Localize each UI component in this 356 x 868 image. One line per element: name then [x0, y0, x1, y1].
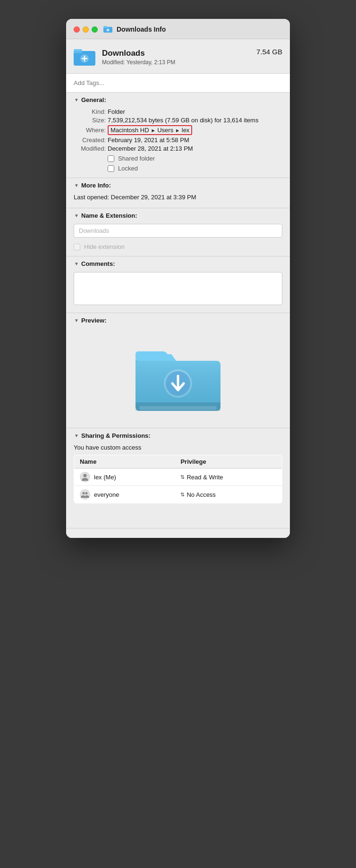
modified-date: Yesterday, 2:13 PM [127, 59, 175, 66]
comments-title: Comments: [81, 260, 115, 267]
minimize-button[interactable] [83, 26, 89, 33]
name-extension-section: ▼ Name & Extension: Hide extension [66, 208, 290, 256]
preview-chevron-icon: ▼ [74, 318, 79, 323]
where-row: Where: Macintosh HD ► Users ► lex [74, 125, 282, 135]
general-section-body: Kind: Folder Size: 7,539,212,534 bytes (… [66, 106, 290, 178]
window-bottom-padding [66, 528, 290, 538]
general-chevron-icon: ▼ [74, 97, 79, 103]
hide-extension-label: Hide extension [84, 243, 125, 250]
svg-rect-1 [103, 26, 107, 28]
svg-point-15 [80, 490, 90, 500]
user-cell: lex (Me) [80, 472, 169, 482]
everyone-arrows-icon: ⇅ [180, 492, 185, 498]
where-arrow-1: ► [151, 128, 157, 133]
everyone-privilege-content[interactable]: ⇅ No Access [180, 491, 276, 498]
person-icon [80, 472, 90, 482]
user-name-cell: lex (Me) [74, 468, 175, 486]
locked-row[interactable]: Locked [108, 165, 282, 172]
everyone-cell: everyone [80, 489, 169, 500]
comments-body [66, 270, 290, 313]
preview-body [66, 327, 290, 428]
title-folder-icon [103, 25, 113, 34]
name-extension-title: Name & Extension: [81, 212, 137, 219]
comments-textarea[interactable] [74, 272, 282, 305]
comments-chevron-icon: ▼ [74, 261, 79, 267]
privilege-value: Read & Write [186, 474, 223, 481]
privilege-arrows-icon: ⇅ [180, 474, 185, 480]
traffic-lights [74, 26, 98, 33]
svg-point-16 [83, 492, 85, 494]
sharing-section: ▼ Sharing & Permissions: You have custom… [66, 428, 290, 528]
close-button[interactable] [74, 26, 80, 33]
modified-detail-label: Modified: [74, 145, 106, 152]
created-value: February 19, 2021 at 5:58 PM [108, 136, 282, 144]
hide-extension-checkbox[interactable] [74, 244, 80, 250]
more-info-section: ▼ More Info: Last opened: December 29, 2… [66, 178, 290, 208]
svg-point-17 [85, 492, 88, 494]
modified-label: Modified: [102, 59, 125, 66]
more-info-body: Last opened: December 29, 2021 at 3:39 P… [66, 192, 290, 208]
everyone-name-cell: everyone [74, 486, 175, 503]
size-row: Size: 7,539,212,534 bytes (7.59 GB on di… [74, 117, 282, 124]
locked-label: Locked [118, 165, 138, 172]
kind-row: Kind: Folder [74, 108, 282, 115]
file-header: Downloads Modified: Yesterday, 2:13 PM 7… [66, 39, 290, 74]
modified-row: Modified: December 28, 2021 at 2:13 PM [74, 145, 282, 152]
svg-point-14 [84, 474, 87, 477]
name-ext-chevron-icon: ▼ [74, 213, 79, 219]
permissions-table: Name Privilege [74, 455, 282, 503]
tags-input[interactable] [74, 77, 282, 88]
header-info: Downloads Modified: Yesterday, 2:13 PM [102, 49, 251, 66]
more-info-header[interactable]: ▼ More Info: [66, 178, 290, 192]
general-section: ▼ General: Kind: Folder Size: 7,539,212,… [66, 93, 290, 178]
name-column-header: Name [74, 455, 175, 468]
where-part-1: Macintosh HD [110, 127, 149, 134]
user-name: lex (Me) [94, 474, 116, 481]
more-info-chevron-icon: ▼ [74, 183, 79, 188]
table-row: everyone ⇅ No Access [74, 486, 282, 503]
title-bar: Downloads Info [66, 19, 290, 39]
locked-checkbox[interactable] [108, 165, 114, 172]
everyone-name: everyone [94, 491, 119, 498]
shared-folder-label: Shared folder [118, 155, 155, 162]
kind-value: Folder [108, 108, 282, 115]
custom-access-text: You have custom access [74, 444, 282, 451]
sharing-body: You have custom access Name Privilege [66, 442, 290, 528]
maximize-button[interactable] [92, 26, 98, 33]
comments-section: ▼ Comments: [66, 256, 290, 313]
general-section-title: General: [81, 96, 106, 103]
window-title: Downloads Info [117, 26, 166, 33]
sharing-chevron-icon: ▼ [74, 433, 79, 439]
where-value[interactable]: Macintosh HD ► Users ► lex [108, 125, 192, 135]
shared-folder-checkbox[interactable] [108, 155, 114, 162]
name-extension-body: Hide extension [66, 222, 290, 256]
hide-extension-row[interactable]: Hide extension [74, 243, 282, 250]
folder-name: Downloads [102, 49, 251, 58]
shared-folder-row[interactable]: Shared folder [108, 155, 282, 162]
table-bottom-padding [74, 503, 282, 522]
name-input[interactable] [74, 224, 282, 238]
preview-title: Preview: [81, 317, 106, 324]
privilege-cell-content[interactable]: ⇅ Read & Write [180, 474, 276, 481]
sharing-header[interactable]: ▼ Sharing & Permissions: [66, 428, 290, 442]
created-label: Created: [74, 136, 106, 144]
comments-header[interactable]: ▼ Comments: [66, 256, 290, 270]
privilege-cell: ⇅ Read & Write [175, 468, 282, 486]
name-extension-header[interactable]: ▼ Name & Extension: [66, 208, 290, 222]
general-section-header[interactable]: ▼ General: [66, 93, 290, 106]
tags-area[interactable] [66, 74, 290, 93]
last-opened-row: Last opened: December 29, 2021 at 3:39 P… [74, 194, 282, 201]
modified-info: Modified: Yesterday, 2:13 PM [102, 59, 251, 66]
created-row: Created: February 19, 2021 at 5:58 PM [74, 136, 282, 144]
size-value: 7,539,212,534 bytes (7.59 GB on disk) fo… [108, 117, 282, 124]
everyone-privilege-value: No Access [186, 491, 215, 498]
svg-rect-10 [139, 406, 217, 410]
modified-detail-value: December 28, 2021 at 2:13 PM [108, 145, 282, 152]
where-part-3: lex [182, 127, 190, 134]
more-info-title: More Info: [81, 182, 111, 189]
where-part-2: Users [157, 127, 173, 134]
sharing-title: Sharing & Permissions: [81, 432, 151, 439]
info-window: Downloads Info Downloads Modified: Yeste… [66, 19, 290, 538]
folder-preview-icon [131, 336, 225, 417]
preview-header[interactable]: ▼ Preview: [66, 313, 290, 327]
